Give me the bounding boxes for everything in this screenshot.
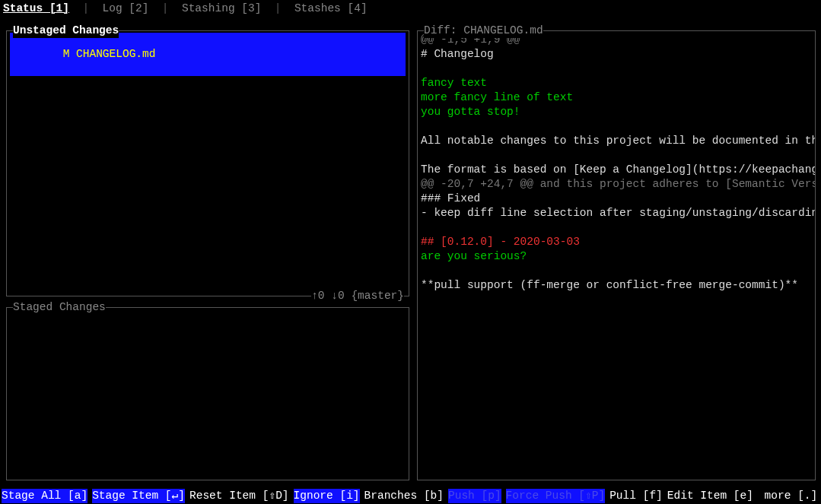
diff-line-del[interactable]: ## [0.12.0] - 2020-03-03	[421, 235, 812, 249]
diff-line-ctx[interactable]: All notable changes to this project will…	[421, 134, 812, 148]
staged-panel: Staged Changes	[6, 307, 409, 480]
tab-sep: |	[261, 2, 294, 16]
command-bar: Stage All [a]Stage Item [↵]Reset Item [⇧…	[0, 487, 821, 504]
cmd-ignore-i[interactable]: Ignore [i]	[294, 489, 360, 503]
cmd-reset-item-d[interactable]: Reset Item [⇧D]	[189, 489, 289, 503]
diff-line-add[interactable]: you gotta stop!	[421, 105, 812, 119]
diff-line-ctx[interactable]	[421, 148, 812, 163]
unstaged-title: Unstaged Changes	[13, 24, 119, 38]
file-name: CHANGELOG.md	[76, 48, 155, 60]
cmd-pull-f[interactable]: Pull [f]	[609, 489, 663, 503]
diff-line-ctx[interactable]: The format is based on [Keep a Changelog…	[421, 163, 812, 177]
tab-stashing[interactable]: Stashing [3]	[182, 2, 261, 16]
tab-status[interactable]: Status [1]	[3, 2, 69, 16]
unstaged-file-row[interactable]: M CHANGELOG.md	[10, 33, 406, 76]
unstaged-footer: ↑0 ↓0 {master}	[311, 289, 404, 303]
cmd-force-push-p[interactable]: Force Push [⇧P]	[506, 489, 606, 503]
tab-sep: |	[69, 2, 103, 16]
tab-sep: |	[148, 2, 182, 16]
diff-line-ctx[interactable]	[421, 264, 812, 278]
diff-line-ctx[interactable]	[421, 220, 812, 235]
cmd-branches-b[interactable]: Branches [b]	[364, 489, 444, 503]
staged-title: Staged Changes	[13, 300, 106, 315]
diff-line-ctx[interactable]: - keep diff line selection after staging…	[421, 206, 812, 220]
tab-stashes[interactable]: Stashes [4]	[294, 2, 368, 16]
diff-line-add[interactable]: more fancy line of text	[421, 90, 812, 105]
cmd-more[interactable]: more [.]	[758, 489, 817, 503]
cmd-edit-item-e[interactable]: Edit Item [e]	[667, 489, 753, 503]
diff-body[interactable]: @@ -1,5 +1,9 @@# Changelog fancy textmor…	[418, 31, 815, 294]
tab-bar: Status [1] | Log [2] | Stashing [3] | St…	[0, 0, 821, 18]
cmd-stage-item[interactable]: Stage Item [↵]	[92, 489, 185, 503]
file-status: M	[63, 48, 70, 60]
cmd-stage-all-a[interactable]: Stage All [a]	[2, 489, 88, 503]
diff-line-ctx[interactable]: **pull support (ff-merge or conflict-fre…	[421, 278, 812, 293]
cmd-push-p[interactable]: Push [p]	[448, 489, 501, 503]
diff-line-ctx[interactable]: # Changelog	[421, 47, 812, 62]
diff-line-add[interactable]: fancy text	[421, 76, 812, 90]
diff-title: Diff: CHANGELOG.md	[424, 24, 543, 38]
diff-line-ctx[interactable]	[421, 119, 812, 134]
diff-panel: Diff: CHANGELOG.md @@ -1,5 +1,9 @@# Chan…	[417, 30, 816, 480]
diff-line-add[interactable]: are you serious?	[421, 249, 812, 264]
diff-line-ctx[interactable]	[421, 62, 812, 76]
diff-line-ctx[interactable]: ### Fixed	[421, 192, 812, 206]
tab-log[interactable]: Log [2]	[103, 2, 149, 16]
diff-line-hunk[interactable]: @@ -20,7 +24,7 @@ and this project adher…	[421, 177, 812, 192]
unstaged-panel: Unstaged Changes M CHANGELOG.md ↑0 ↓0 {m…	[6, 30, 409, 296]
